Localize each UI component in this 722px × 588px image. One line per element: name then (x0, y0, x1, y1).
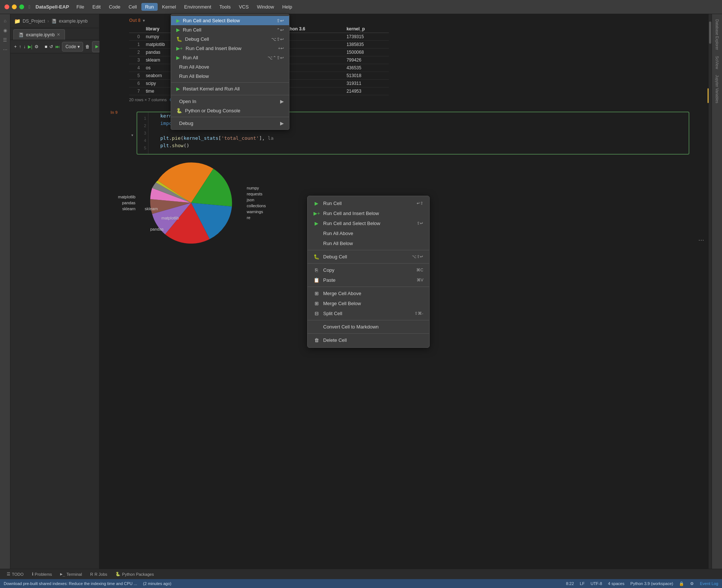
cell-col5: 1500068 (345, 49, 389, 56)
project-name: DS_Project (23, 19, 45, 24)
notebook-tab[interactable]: 📓 example.ipynb ✕ (13, 29, 65, 40)
ctx-run-all-below[interactable]: Run All Below (308, 238, 429, 248)
sidebar-label-database-explorer[interactable]: Database Explorer (714, 17, 720, 52)
status-message: Download pre-built shared indexes: Reduc… (4, 581, 137, 586)
run-all-icon: ▶ (176, 55, 180, 60)
bottom-tab-todo[interactable]: ☰ TODO (3, 570, 27, 579)
menu-window[interactable]: Window (253, 3, 278, 11)
menu-kernel[interactable]: Kernel (158, 3, 180, 11)
menu-item-open-in[interactable]: Open In ▶ (171, 97, 289, 106)
menu-cell[interactable]: Cell (125, 3, 141, 11)
ctx-run-insert-below[interactable]: ▶+ Run Cell and Insert Below (308, 208, 429, 218)
bottom-tab-terminal[interactable]: ▶_ Terminal (56, 570, 86, 579)
ctx-run-all-above[interactable]: Run All Above (308, 228, 429, 238)
breadcrumb: 📁 DS_Project › 📓 example.ipynb (10, 14, 99, 28)
minimize-button[interactable] (12, 4, 17, 9)
restart-button[interactable]: ↺ (49, 42, 53, 51)
ctx-run-cell[interactable]: ▶ Run Cell ↵⇧ (308, 198, 429, 208)
traffic-lights (4, 4, 24, 9)
menu-item-run-all[interactable]: ▶ Run All ⌥⌃⇧↩ (171, 53, 289, 62)
vertical-scrollbar[interactable] (709, 14, 712, 588)
main-layout: ⌂ ◉ ☰ ⋯ 📁 DS_Project › 📓 example.ipynb 📓… (0, 14, 722, 588)
ctx-split-label: Split Cell (323, 311, 342, 316)
right-sidebar: Database Explorer SciView Jupyter Variab… (712, 14, 722, 588)
sidebar-workspace-icon[interactable]: ⌂ (1, 17, 9, 24)
menu-edit[interactable]: Edit (89, 3, 104, 11)
stop-button[interactable]: ■ (45, 42, 47, 51)
pie-label-warnings: warnings (247, 209, 266, 214)
add-cell-button[interactable]: + (14, 42, 17, 51)
ctx-convert-markdown[interactable]: Convert Cell to Markdown (308, 322, 429, 332)
menu-item-restart-run-all[interactable]: ▶ Restart Kernel and Run All (171, 84, 289, 93)
menu-file[interactable]: File (73, 3, 88, 11)
menu-item-debug[interactable]: Debug ▶ (171, 119, 289, 128)
scrollbar-thumb[interactable] (709, 22, 711, 44)
ctx-delete-cell[interactable]: 🗑 Delete Cell (308, 335, 429, 345)
ctx-run-cell-shortcut: ↵⇧ (417, 201, 423, 206)
cell-idx: 5 (129, 72, 144, 80)
ctx-copy[interactable]: ⎘ Copy ⌘C (308, 265, 429, 275)
menu-code[interactable]: Code (105, 3, 124, 11)
ctx-merge-below[interactable]: ⊞ Merge Cell Below (308, 298, 429, 308)
pie-label-re: re (247, 215, 266, 220)
folder-icon: 📁 (14, 18, 20, 24)
run-all-button[interactable]: ⏭ (55, 42, 60, 51)
bottom-tab-r-jobs[interactable]: R R Jobs (86, 570, 111, 579)
r-jobs-icon: R (90, 572, 93, 577)
delete-cell-button[interactable]: 🗑 (85, 42, 90, 51)
menu-item-run-all-above[interactable]: Run All Above (171, 62, 289, 72)
debug-icon: 🐛 (176, 36, 182, 42)
pie-chart-svg: matplotlib pandas sklearn (143, 162, 239, 244)
run-in-editor-button[interactable]: ▶| (28, 42, 32, 51)
menu-item-run-cell[interactable]: ▶ Run Cell ⌃↩ (171, 25, 289, 34)
move-up-button[interactable]: ↑ (19, 42, 21, 51)
menu-environment[interactable]: Environment (180, 3, 215, 11)
ctx-paste[interactable]: 📋 Paste ⌘V (308, 275, 429, 285)
bottom-tab-python-packages[interactable]: 🐍 Python Packages (112, 570, 158, 579)
menu-item-run-cell-insert-below[interactable]: ▶+ Run Cell and Insert Below +↩ (171, 44, 289, 53)
tab-close-button[interactable]: ✕ (57, 32, 60, 37)
bottom-tab-problems[interactable]: ℹ Problems (28, 570, 56, 579)
ctx-copy-icon: ⎘ (314, 267, 319, 273)
sidebar-label-sciview[interactable]: SciView (714, 54, 720, 71)
sidebar-label-jupyter-variables[interactable]: Jupyter Variables (714, 73, 720, 106)
cell-idx: 7 (129, 87, 144, 95)
menu-separator-1 (171, 82, 289, 83)
menu-item-run-cell-select-below[interactable]: ▶ Run Cell and Select Below ⇧↩ (171, 16, 289, 25)
pie-label-matplotlib: matplotlib (118, 195, 135, 199)
sidebar-icon-4[interactable]: ⋯ (1, 46, 9, 53)
menu-bar: File Edit Code Cell Run Kernel Environme… (73, 0, 296, 14)
event-log-label[interactable]: Event Log (700, 581, 718, 586)
menu-item-python-debug-console[interactable]: 🐍 Python or Debug Console (171, 106, 289, 115)
cell-type-dropdown[interactable]: Code ▾ (62, 42, 83, 52)
maximize-button[interactable] (19, 4, 24, 9)
move-down-button[interactable]: ↓ (23, 42, 26, 51)
menu-tools[interactable]: Tools (216, 3, 234, 11)
cell-col5: 319311 (345, 80, 389, 87)
cell-collapse-button[interactable]: ▾ (131, 133, 133, 137)
ctx-run-select-below[interactable]: ▶ Run Cell and Select Below ⇧↵ (308, 218, 429, 228)
file-icon: 📓 (51, 19, 57, 24)
ctx-merge-above[interactable]: ⊞ Merge Cell Above (308, 288, 429, 298)
ctx-merge-below-label: Merge Cell Below (323, 301, 361, 306)
menu-item-run-all-below[interactable]: Run All Below (171, 72, 289, 81)
cell-idx: 3 (129, 56, 144, 64)
code-line-4: plt.pie(kernel_stats['total_count'], la (160, 135, 273, 142)
sidebar-icon-2[interactable]: ◉ (1, 27, 9, 34)
settings-button[interactable]: ⚙ (35, 42, 39, 51)
debug-submenu-arrow: ▶ (280, 120, 284, 126)
ctx-run-below-label: Run All Below (323, 241, 353, 246)
close-button[interactable] (4, 4, 9, 9)
sidebar-icon-3[interactable]: ☰ (1, 36, 9, 44)
ctx-debug-cell[interactable]: 🐛 Debug Cell ⌥⇧↵ (308, 252, 429, 262)
ctx-delete-icon: 🗑 (314, 337, 319, 343)
run-icon: ▶ (176, 18, 180, 23)
menu-vcs[interactable]: VCS (235, 3, 253, 11)
menu-help[interactable]: Help (279, 3, 296, 11)
collapse-icon[interactable]: ▾ (143, 19, 145, 23)
cell-idx: 0 (129, 33, 144, 41)
ctx-split-cell[interactable]: ⊟ Split Cell ⇧⌘- (308, 308, 429, 318)
menu-item-debug-cell[interactable]: 🐛 Debug Cell ⌥⇧↩ (171, 34, 289, 44)
menu-run[interactable]: Run (141, 3, 158, 11)
cell-options-button[interactable]: ⋯ (698, 237, 704, 244)
